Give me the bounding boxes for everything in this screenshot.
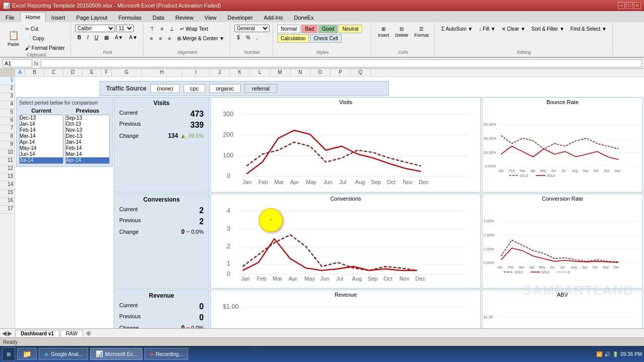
- clear-btn[interactable]: ✕ Clear ▼: [499, 25, 528, 33]
- tab-addins[interactable]: Add-Ins: [258, 12, 288, 22]
- tab-doneex[interactable]: DoneEx: [288, 12, 319, 22]
- col-header-m[interactable]: M: [270, 69, 290, 76]
- percent-btn[interactable]: %: [243, 33, 253, 42]
- align-right-btn[interactable]: ≡: [166, 34, 174, 43]
- align-top-btn[interactable]: ⊤: [147, 25, 157, 33]
- revenue-metric-box: Revenue Current 0 Previous 0 Change 0 ━: [114, 290, 209, 328]
- taskbar-excel[interactable]: 📊 Microsoft Ex...: [90, 348, 142, 360]
- tab-review[interactable]: Review: [170, 12, 199, 22]
- tab-view[interactable]: View: [199, 12, 222, 22]
- col-header-q[interactable]: Q: [351, 69, 371, 76]
- close-btn[interactable]: ✕: [634, 2, 641, 9]
- good-style[interactable]: Good: [318, 25, 338, 33]
- tab-home[interactable]: Home: [20, 12, 46, 22]
- border-btn[interactable]: ▦: [102, 33, 111, 42]
- delete-btn[interactable]: ⊟Delete: [392, 25, 411, 39]
- current-period-list[interactable]: Oct-13Nov-13Dec-13 Jan-14Feb-14Mar-14 Ap…: [19, 115, 63, 164]
- previous-period-list[interactable]: May-13Jun-13Jul-13 Aug-13Sep-13Oct-13 No…: [65, 115, 110, 164]
- taskbar-recording[interactable]: ● Recording...: [144, 348, 188, 360]
- svg-text:20.00%: 20.00%: [484, 150, 497, 155]
- tab-insert[interactable]: Insert: [46, 12, 71, 22]
- calculation-style[interactable]: Calculation: [277, 34, 309, 43]
- svg-text:0: 0: [568, 270, 570, 275]
- sort-filter-btn[interactable]: Sort & Filter ▼: [529, 25, 567, 33]
- col-header-h[interactable]: H: [142, 69, 182, 76]
- paste-btn[interactable]: 📋Paste: [5, 28, 22, 48]
- find-select-btn[interactable]: Find & Select ▼: [568, 25, 609, 33]
- copy-btn[interactable]: 📄 Copy: [23, 34, 67, 43]
- row-num-9: 9: [0, 141, 15, 149]
- merge-btn[interactable]: ⊞ Merge & Center ▼: [175, 34, 227, 43]
- italic-btn[interactable]: I: [85, 33, 91, 42]
- fill-btn[interactable]: ↓ Fill ▼: [476, 25, 498, 33]
- bad-style[interactable]: Bad: [301, 25, 317, 33]
- sheet-scroll-left[interactable]: ◀: [2, 330, 7, 337]
- font-color-btn[interactable]: A▼: [127, 33, 140, 42]
- taskbar-filemanager[interactable]: 📁: [17, 348, 37, 360]
- svg-text:Dec: Dec: [419, 179, 429, 185]
- start-button[interactable]: ⊞: [2, 347, 15, 361]
- insert-btn[interactable]: ⊞Insert: [375, 25, 392, 39]
- col-header-a[interactable]: A: [15, 69, 25, 76]
- col-header-p[interactable]: P: [331, 69, 351, 76]
- neutral-style[interactable]: Neutral: [339, 25, 362, 33]
- col-header-c[interactable]: C: [44, 69, 63, 76]
- fill-color-btn[interactable]: A▼: [112, 33, 126, 42]
- taskbar-google-analytics[interactable]: ◉ Google Anal...: [39, 348, 88, 360]
- col-header-l[interactable]: L: [250, 69, 270, 76]
- row-num-12: 12: [0, 165, 15, 173]
- font-size-select[interactable]: 11: [116, 25, 134, 32]
- maximize-btn[interactable]: □: [626, 2, 633, 9]
- autosum-btn[interactable]: Σ AutoSum ▼: [439, 25, 475, 33]
- cell-reference[interactable]: [2, 59, 32, 67]
- col-header-d[interactable]: D: [63, 69, 83, 76]
- underline-btn[interactable]: U: [92, 33, 101, 42]
- svg-text:2014: 2014: [546, 173, 554, 178]
- svg-text:Sep: Sep: [582, 265, 588, 269]
- tab-developer[interactable]: Developer: [222, 12, 258, 22]
- comma-btn[interactable]: ,: [254, 33, 260, 42]
- title-bar: 📊 Excel Reporting Template 20150509.xlsx…: [0, 0, 644, 11]
- wrap-text-btn[interactable]: ↵ Wrap Text: [178, 25, 210, 33]
- align-left-btn[interactable]: ≡: [147, 34, 155, 43]
- conversions-current-value: 2: [199, 206, 204, 215]
- bold-btn[interactable]: B: [75, 33, 84, 42]
- col-header-n[interactable]: N: [290, 69, 310, 76]
- col-header-g[interactable]: G: [112, 69, 142, 76]
- align-center-btn[interactable]: ≡: [156, 34, 165, 43]
- sheet-scroll-right[interactable]: ▶: [8, 330, 12, 337]
- col-header-f[interactable]: F: [102, 69, 112, 76]
- minimize-btn[interactable]: ─: [618, 2, 625, 9]
- number-format-select[interactable]: General: [234, 25, 270, 32]
- sheet-tab-raw[interactable]: RAW: [60, 330, 83, 337]
- tab-page-layout[interactable]: Page Layout: [71, 12, 113, 22]
- svg-text:Jul: Jul: [561, 169, 566, 172]
- tab-formulas[interactable]: Formulas: [113, 12, 147, 22]
- traffic-cpc-btn[interactable]: cpc: [184, 84, 205, 93]
- formula-icon: fx: [34, 60, 39, 66]
- normal-style[interactable]: Normal: [277, 25, 300, 33]
- cut-btn[interactable]: ✂ Cut: [23, 25, 67, 33]
- col-header-k[interactable]: K: [230, 69, 250, 76]
- tab-data[interactable]: Data: [147, 12, 170, 22]
- col-header-o[interactable]: O: [310, 69, 331, 76]
- col-header-e[interactable]: E: [83, 69, 102, 76]
- format-painter-btn[interactable]: 🖌 Format Painter: [23, 44, 67, 52]
- tab-file[interactable]: File: [0, 12, 20, 22]
- svg-text:2014: 2014: [541, 270, 549, 275]
- traffic-none-btn[interactable]: (none): [150, 84, 180, 93]
- check-cell-style[interactable]: Check Cell: [310, 34, 341, 43]
- align-bottom-btn[interactable]: ⊥: [167, 25, 177, 33]
- add-sheet-btn[interactable]: ⊕: [86, 330, 91, 337]
- traffic-organic-btn[interactable]: organic: [209, 84, 240, 93]
- traffic-referral-btn[interactable]: referral: [245, 84, 277, 93]
- sheet-tab-dashboard[interactable]: Dashboard v1: [15, 330, 59, 337]
- col-header-j[interactable]: J: [210, 69, 230, 76]
- col-header-i[interactable]: I: [182, 69, 210, 76]
- currency-btn[interactable]: $: [234, 33, 243, 42]
- formula-input[interactable]: [41, 59, 642, 67]
- format-btn[interactable]: ☰Format: [412, 25, 431, 39]
- font-family-select[interactable]: Calibri: [75, 25, 115, 32]
- align-middle-btn[interactable]: ≡: [158, 25, 166, 33]
- col-header-b[interactable]: B: [25, 69, 44, 76]
